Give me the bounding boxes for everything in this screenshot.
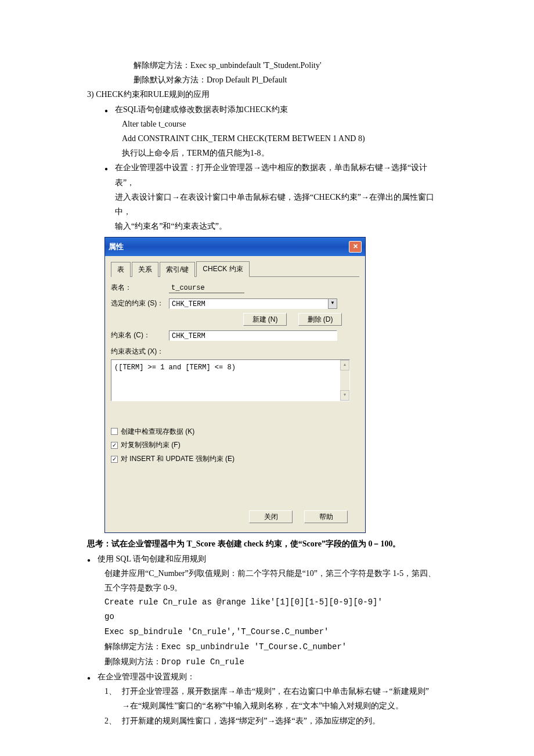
bullet-sql-check: ● 在SQL语句创建或修改数据表时添加CHECK约束 [104, 102, 447, 117]
think-prompt: 思考：试在企业管理器中为 T_Score 表创建 check 约束，使“Scor… [87, 537, 447, 551]
combo-value: CHK_TERM [169, 298, 328, 309]
checkbox-enforce-insert-update[interactable]: ✓ 对 INSERT 和 UPDATE 强制约束 (E) [111, 453, 359, 466]
bullet-icon: ● [87, 555, 91, 566]
close-button[interactable]: 关闭 [249, 510, 293, 523]
code-create-rule: Create rule Cn_rule as @range like'[1][0… [104, 595, 447, 610]
new-button[interactable]: 新建 (N) [243, 313, 287, 326]
checkbox-enforce-replication[interactable]: ✓ 对复制强制约束 (F) [111, 439, 359, 452]
tab-table[interactable]: 表 [111, 262, 131, 278]
tab-index[interactable]: 索引/键 [160, 262, 195, 278]
rule-desc-2: 五个字符是数字 0-9。 [104, 581, 447, 595]
label-constraint-expr: 约束表达式 (X)： [111, 345, 359, 358]
bullet-text-4: 在企业管理器中设置规则： [98, 669, 447, 684]
code-drop-rule: 删除规则方法：Drop rule Cn_rule [104, 654, 447, 669]
bullet-text: 在SQL语句创建或修改数据表时添加CHECK约束 [115, 102, 447, 117]
dialog-titlebar: 属性 ✕ [105, 237, 365, 255]
close-icon[interactable]: ✕ [349, 241, 362, 253]
document-page: 解除绑定方法：Exec sp_unbindefault 'T_Student.P… [0, 0, 534, 756]
code-alter-2: Add CONSTRAINT CHK_TERM CHECK(TERM BETWE… [122, 131, 447, 146]
bullet-text-3: 使用 SQL 语句创建和应用规则 [98, 552, 447, 566]
bullet-em-rule: ● 在企业管理器中设置规则： [87, 669, 447, 684]
properties-dialog: 属性 ✕ 表 关系 索引/键 CHECK 约束 表名： t_course 选定的… [104, 237, 366, 533]
num-item-2: 2、 打开新建的规则属性窗口，选择“绑定列”→选择“表”，添加应绑定的列。 [104, 714, 447, 728]
bullet-icon: ● [104, 106, 108, 116]
label-constraint-name: 约束名 (C)： [111, 329, 169, 342]
checkbox-icon[interactable]: ✓ [111, 442, 118, 449]
tab-relation[interactable]: 关系 [132, 262, 158, 278]
code-bind-rule: Exec sp_bindrule 'Cn_rule','T_Course.C_n… [104, 625, 447, 639]
bullet-sql-rule: ● 使用 SQL 语句创建和应用规则 [87, 552, 447, 566]
input-constraint-name[interactable]: CHK_TERM [169, 330, 337, 341]
checkbox-icon[interactable] [111, 428, 118, 435]
checkbox-icon[interactable]: ✓ [111, 456, 118, 463]
num-item-1: 1、 打开企业管理器，展开数据库→单击“规则”，在右边窗口中单击鼠标右键→“新建… [104, 684, 447, 713]
value-table-name: t_course [169, 283, 244, 293]
selected-constraint-combo[interactable]: CHK_TERM ▼ [169, 298, 337, 309]
line-unbind-default: 解除绑定方法：Exec sp_unbindefault 'T_Student.P… [134, 58, 447, 73]
line-drop-default: 删除默认对象方法：Drop Default Pl_Default [134, 73, 447, 87]
rule-desc-1: 创建并应用“C_Number”列取值规则：前二个字符只能是“10”，第三个字符是… [104, 566, 447, 581]
tab-check[interactable]: CHECK 约束 [196, 261, 249, 278]
scrollbar[interactable]: ▴ ▾ [340, 360, 349, 401]
code-go: go [104, 610, 447, 624]
constraint-expr-textarea[interactable]: ([TERM] >= 1 and [TERM] <= 8) ▴ ▾ [111, 359, 350, 401]
scroll-down-icon[interactable]: ▾ [340, 390, 349, 401]
code-alter-1: Alter table t_course [122, 117, 447, 131]
label-selected-constraint: 选定的约束 (S)： [111, 297, 169, 310]
checkbox-check-existing[interactable]: 创建中检查现存数据 (K) [111, 426, 359, 438]
section-3-heading: 3) CHECK约束和RULE规则的应用 [87, 87, 447, 102]
dialog-title: 属性 [109, 240, 124, 253]
bullet-text-2: 在企业管理器中设置：打开企业管理器→选中相应的数据表，单击鼠标右键→选择“设计表… [115, 160, 447, 233]
delete-button[interactable]: 删除 (D) [298, 313, 342, 326]
help-button[interactable]: 帮助 [304, 510, 348, 523]
bullet-enterprise-mgr: ● 在企业管理器中设置：打开企业管理器→选中相应的数据表，单击鼠标右键→选择“设… [104, 160, 447, 233]
label-table-name: 表名： [111, 282, 169, 294]
chevron-down-icon[interactable]: ▼ [328, 298, 337, 309]
textarea-value: ([TERM] >= 1 and [TERM] <= 8) [111, 360, 340, 401]
tab-strip: 表 关系 索引/键 CHECK 约束 [111, 261, 359, 278]
bullet-icon: ● [104, 164, 108, 174]
bullet-icon: ● [87, 673, 91, 683]
code-unbind-rule: 解除绑定方法：Exec sp_unbindrule 'T_Course.C_nu… [104, 639, 447, 654]
scroll-up-icon[interactable]: ▴ [340, 360, 349, 370]
code-alter-3: 执行以上命令后，TERM的值只能为1-8。 [122, 146, 447, 160]
